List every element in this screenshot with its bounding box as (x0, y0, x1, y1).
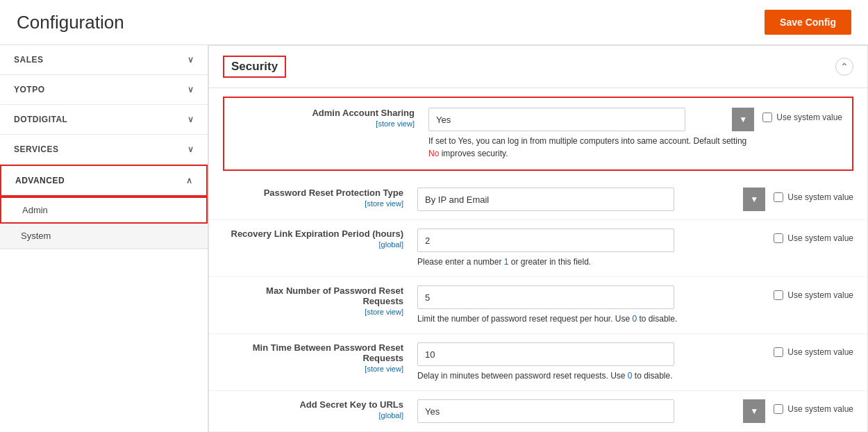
form-control-col-min-time: Delay in minutes between password reset … (417, 342, 853, 382)
password-reset-select-wrap: By IP and Email By IP By Email None ▼ (417, 188, 765, 211)
select-arrow-icon: ▼ (743, 399, 765, 423)
security-section-panel: Security ⌃ Admin Account Sharing [store … (208, 45, 868, 432)
sidebar-item-advanced-header[interactable]: ADVANCED ∧ (0, 165, 208, 197)
content-area: Security ⌃ Admin Account Sharing [store … (208, 45, 868, 432)
form-label-col-min-time: Min Time Between Password Reset Requests… (223, 342, 417, 373)
form-control-col-admin-account: Yes No ▼ If set to Yes, you can log in f… (428, 108, 842, 160)
form-row-min-time-password-reset: Min Time Between Password Reset Requests… (209, 334, 867, 391)
sidebar-item-yotpo[interactable]: YOTPO ∨ (0, 75, 208, 105)
form-label-col-admin-account: Admin Account Sharing [store view] (234, 108, 428, 128)
add-secret-key-use-system-checkbox[interactable] (774, 404, 783, 414)
sidebar-item-sales[interactable]: SALES ∨ (0, 45, 208, 75)
max-password-reset-help-text: Limit the number of password reset reque… (417, 313, 765, 325)
sidebar-item-advanced[interactable]: ADVANCED ∧ Admin System (0, 165, 208, 249)
min-time-use-system-label: Use system value (787, 347, 853, 357)
min-time-password-reset-label: Min Time Between Password Reset Requests (223, 342, 403, 363)
password-reset-use-system-wrap: Use system value (774, 188, 853, 202)
help-text-link: 1 (504, 257, 509, 267)
chevron-down-icon: ∨ (187, 55, 194, 65)
recovery-link-use-system-label: Use system value (787, 233, 853, 243)
password-reset-protection-label: Password Reset Protection Type (223, 188, 403, 198)
section-title: Security (223, 56, 286, 78)
select-arrow-icon: ▼ (743, 188, 765, 211)
password-reset-use-system-label: Use system value (787, 192, 853, 202)
form-label-col-max-password-reset: Max Number of Password Reset Requests [s… (223, 285, 417, 316)
form-control-col-password-reset: By IP and Email By IP By Email None ▼ Us… (417, 188, 853, 211)
form-control-col-add-secret-key: Yes No ▼ Use system value (417, 399, 853, 423)
sidebar-subitem-system[interactable]: System (0, 224, 208, 249)
help-text-no: No (428, 149, 439, 158)
form-label-col-add-secret-key: Add Secret Key to URLs [global] (223, 399, 417, 419)
password-reset-protection-select[interactable]: By IP and Email By IP By Email None (417, 188, 674, 211)
recovery-link-use-system-wrap: Use system value (774, 229, 853, 243)
admin-account-use-system-checkbox[interactable] (762, 113, 772, 122)
sidebar-item-sales-label: SALES (14, 55, 44, 65)
recovery-link-scope: [global] (223, 240, 403, 249)
admin-account-use-system-label: Use system value (776, 113, 842, 122)
recovery-link-help-text: Please enter a number 1 or greater in th… (417, 256, 765, 268)
admin-account-control-wrap: Yes No ▼ If set to Yes, you can log in f… (428, 108, 754, 160)
main-layout: SALES ∨ YOTPO ∨ DOTDIGITAL ∨ SERVICES ∨ (0, 45, 868, 432)
sidebar-item-sales-header[interactable]: SALES ∨ (0, 45, 208, 74)
sidebar-subitem-admin[interactable]: Admin (0, 197, 208, 224)
admin-account-use-system-wrap: Use system value (762, 108, 842, 122)
sidebar-item-yotpo-header[interactable]: YOTPO ∨ (0, 75, 208, 104)
admin-account-sharing-select[interactable]: Yes No (428, 108, 685, 131)
select-arrow-icon: ▼ (732, 108, 754, 131)
page-title: Configuration (17, 12, 124, 33)
page-header: Configuration Save Config (0, 0, 868, 45)
chevron-down-icon: ∨ (187, 115, 194, 124)
sidebar-item-dotdigital-header[interactable]: DOTDIGITAL ∨ (0, 105, 208, 134)
sidebar-item-dotdigital-label: DOTDIGITAL (14, 115, 67, 124)
admin-account-select-wrap: Yes No ▼ (428, 108, 754, 131)
help-text-link: 0 (633, 314, 637, 324)
sidebar-item-yotpo-label: YOTPO (14, 85, 45, 94)
form-control-col-recovery-link: Please enter a number 1 or greater in th… (417, 229, 853, 268)
max-password-reset-use-system-wrap: Use system value (774, 285, 853, 300)
recovery-link-input[interactable] (417, 229, 674, 252)
collapse-icon[interactable]: ⌃ (835, 58, 853, 76)
admin-account-sharing-label: Admin Account Sharing (234, 108, 415, 118)
save-config-button[interactable]: Save Config (765, 10, 851, 35)
min-time-password-reset-scope: [store view] (223, 365, 403, 373)
recovery-link-use-system-checkbox[interactable] (774, 233, 783, 243)
max-password-reset-input[interactable] (417, 285, 674, 309)
admin-account-sharing-scope: [store view] (234, 119, 415, 128)
max-password-reset-control-wrap: Limit the number of password reset reque… (417, 285, 765, 325)
min-time-use-system-checkbox[interactable] (774, 347, 783, 357)
sidebar-item-services[interactable]: SERVICES ∨ (0, 135, 208, 165)
add-secret-key-label: Add Secret Key to URLs (223, 399, 403, 410)
add-secret-key-control-wrap: Yes No ▼ (417, 399, 765, 423)
form-rows: Admin Account Sharing [store view] Yes N… (209, 97, 867, 432)
section-panel-header[interactable]: Security ⌃ (209, 46, 867, 88)
form-control-col-max-password-reset: Limit the number of password reset reque… (417, 285, 853, 325)
add-secret-key-use-system-wrap: Use system value (774, 399, 853, 414)
sidebar-item-advanced-label: ADVANCED (15, 176, 65, 185)
form-row-password-reset-protection: Password Reset Protection Type [store vi… (209, 179, 867, 220)
min-time-control-wrap: Delay in minutes between password reset … (417, 342, 765, 382)
add-secret-key-scope: [global] (223, 411, 403, 419)
help-text-link: 0 (628, 371, 633, 381)
sidebar: SALES ∨ YOTPO ∨ DOTDIGITAL ∨ SERVICES ∨ (0, 45, 208, 432)
password-reset-protection-scope: [store view] (223, 199, 403, 208)
min-time-password-reset-input[interactable] (417, 342, 674, 366)
sidebar-item-services-header[interactable]: SERVICES ∨ (0, 135, 208, 164)
max-password-reset-scope: [store view] (223, 308, 403, 316)
min-time-help-text: Delay in minutes between password reset … (417, 369, 765, 382)
recovery-link-label: Recovery Link Expiration Period (hours) (223, 229, 403, 239)
chevron-down-icon: ∨ (187, 144, 194, 154)
form-row-add-secret-key: Add Secret Key to URLs [global] Yes No ▼ (209, 391, 867, 432)
form-row-admin-account-sharing: Admin Account Sharing [store view] Yes N… (223, 97, 853, 171)
max-password-reset-use-system-checkbox[interactable] (774, 290, 783, 300)
add-secret-key-select[interactable]: Yes No (417, 399, 674, 423)
sidebar-advanced-subitems: Admin System (0, 197, 208, 249)
collapse-chevron-icon: ⌃ (840, 61, 849, 72)
form-label-col-recovery-link: Recovery Link Expiration Period (hours) … (223, 229, 417, 249)
password-reset-use-system-checkbox[interactable] (774, 192, 783, 202)
chevron-up-icon: ∧ (186, 176, 193, 185)
admin-account-help-text: If set to Yes, you can log in from multi… (428, 135, 754, 160)
sidebar-item-dotdigital[interactable]: DOTDIGITAL ∨ (0, 105, 208, 135)
form-row-recovery-link: Recovery Link Expiration Period (hours) … (209, 220, 867, 277)
add-secret-key-select-wrap: Yes No ▼ (417, 399, 765, 423)
max-password-reset-label: Max Number of Password Reset Requests (223, 285, 403, 306)
